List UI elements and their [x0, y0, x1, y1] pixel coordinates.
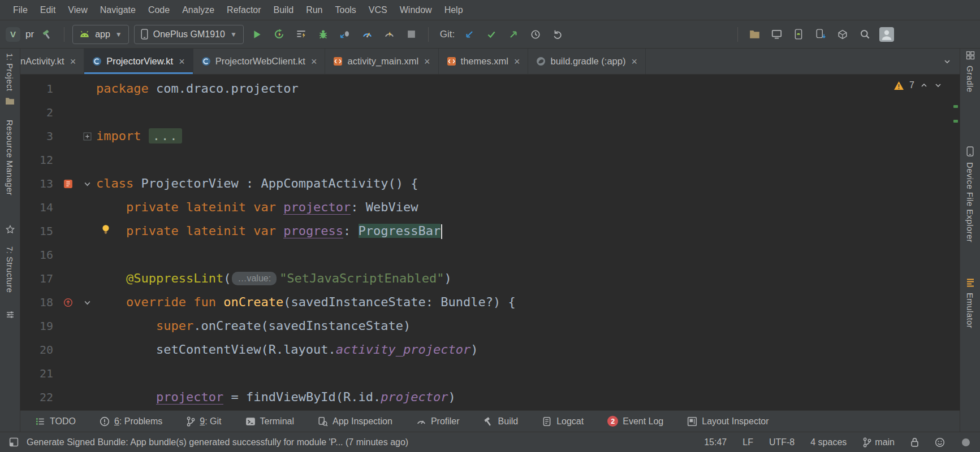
profile-avatar-icon[interactable] [878, 26, 895, 43]
close-tab-icon[interactable]: × [311, 56, 317, 67]
hidden-tabs-chevron-icon[interactable] [935, 49, 960, 74]
tab-themes-xml[interactable]: themes.xml× [439, 49, 529, 74]
project-structure-folder-icon[interactable] [746, 26, 763, 43]
menu-item-tools[interactable]: Tools [329, 5, 362, 15]
code-line[interactable]: 17 @SuppressLint(…value:"SetJavaScriptEn… [20, 267, 960, 290]
close-tab-icon[interactable]: × [179, 56, 185, 67]
attach-debugger-button[interactable] [337, 26, 354, 43]
tool-strip-favorites-button[interactable] [6, 225, 15, 234]
menu-item-window[interactable]: Window [394, 5, 438, 15]
tool-strip-gradle[interactable]: Gradle [965, 51, 975, 92]
line-number[interactable]: 18 [20, 290, 58, 314]
code-line[interactable]: 15 private lateinit var progress: Progre… [20, 219, 960, 243]
toolwindow-button-todo[interactable]: TODO [35, 416, 76, 427]
code-area[interactable]: 1package com.draco.projector23import ...… [20, 75, 960, 409]
notification-dot-icon[interactable] [961, 437, 971, 447]
device-manager-button[interactable] [834, 26, 851, 43]
line-number[interactable]: 3 [20, 124, 58, 148]
vcs-change-mark[interactable] [953, 105, 958, 108]
prev-problem-button[interactable] [919, 81, 929, 90]
line-number[interactable]: 22 [20, 385, 58, 409]
code-line[interactable]: 16 [20, 243, 960, 267]
code-line[interactable]: 18 override fun onCreate(savedInstanceSt… [20, 290, 960, 314]
debug-button[interactable] [315, 26, 332, 43]
git-update-button[interactable] [461, 26, 478, 43]
indent-indicator[interactable]: 4 spaces [810, 437, 847, 447]
menu-item-build[interactable]: Build [267, 5, 300, 15]
toolwindow-button-event-log[interactable]: 2Event Log [607, 416, 663, 427]
code-text[interactable]: setContentView(R.layout.activity_project… [96, 338, 960, 362]
code-line[interactable]: 22 projector = findViewById(R.id.project… [20, 385, 960, 409]
lock-icon[interactable] [910, 437, 919, 447]
avd-manager-button[interactable] [790, 26, 807, 43]
sdk-manager-button[interactable] [812, 26, 829, 43]
intention-bulb-icon[interactable] [101, 224, 111, 234]
apply-code-changes-button[interactable] [293, 26, 310, 43]
fold-expand-icon[interactable] [78, 132, 96, 141]
layout-validation-icon[interactable] [768, 26, 785, 43]
code-line[interactable]: 3import ... [20, 124, 960, 148]
code-line[interactable]: 21 [20, 362, 960, 385]
line-number[interactable]: 13 [20, 172, 58, 195]
code-text[interactable]: override fun onCreate(savedInstanceState… [96, 290, 960, 314]
close-tab-icon[interactable]: × [631, 56, 637, 67]
device-selector[interactable]: OnePlus GM1910 ▼ [134, 25, 244, 44]
scrollbar-error-stripe[interactable] [952, 75, 960, 410]
run-button[interactable] [249, 26, 266, 43]
toolwindow-button-layout-inspector[interactable]: Layout Inspector [687, 416, 769, 427]
code-text[interactable]: private lateinit var projector: WebView [96, 195, 960, 219]
profile-low-overhead-button[interactable] [381, 26, 398, 43]
code-line[interactable]: 13class ProjectorView : AppCompatActivit… [20, 172, 960, 195]
close-tab-icon[interactable]: × [70, 56, 76, 67]
menu-item-vcs[interactable]: VCS [362, 5, 394, 15]
toolwindow-button-build[interactable]: Build [483, 416, 519, 427]
build-hammer-icon[interactable] [39, 26, 56, 43]
menu-item-view[interactable]: View [62, 5, 93, 15]
toolwindow-button-6-problems[interactable]: 6: Problems [100, 416, 162, 427]
menu-item-run[interactable]: Run [300, 5, 329, 15]
tab-build-gradle-app[interactable]: build.gradle (:app)× [528, 49, 646, 74]
code-text[interactable]: package com.draco.projector [96, 77, 960, 101]
close-tab-icon[interactable]: × [514, 56, 520, 67]
search-everywhere-button[interactable] [856, 26, 873, 43]
menu-item-help[interactable]: Help [438, 5, 469, 15]
menu-item-code[interactable]: Code [142, 5, 176, 15]
history-button[interactable] [527, 26, 544, 43]
module-selector[interactable]: app ▼ [72, 25, 129, 44]
toolwindow-button-logcat[interactable]: Logcat [542, 416, 584, 427]
line-number[interactable]: 21 [20, 362, 58, 385]
code-text[interactable]: import ... [96, 124, 960, 148]
line-number[interactable]: 14 [20, 195, 58, 219]
tab-activity-main-xml[interactable]: activity_main.xml× [325, 49, 438, 74]
toolwindow-button-terminal[interactable]: Terminal [245, 416, 294, 427]
menu-item-edit[interactable]: Edit [34, 5, 62, 15]
line-number[interactable]: 12 [20, 148, 58, 172]
menu-item-analyze[interactable]: Analyze [176, 5, 221, 15]
line-number[interactable]: 20 [20, 338, 58, 362]
code-text[interactable]: super.onCreate(savedInstanceState) [96, 314, 960, 338]
tab-nactivity-kt[interactable]: nActivity.kt× [20, 49, 84, 74]
tool-strip-resource-manager[interactable]: Resource Manager [5, 120, 15, 195]
code-text[interactable]: projector = findViewById(R.id.projector) [96, 385, 960, 409]
menu-item-refactor[interactable]: Refactor [221, 5, 267, 15]
toolwindow-button-app-inspection[interactable]: App Inspection [318, 416, 392, 427]
toolwindow-button-profiler[interactable]: Profiler [416, 416, 460, 427]
encoding-indicator[interactable]: UTF-8 [769, 437, 795, 447]
fold-collapse-icon[interactable] [78, 298, 96, 307]
feedback-smiley-icon[interactable] [935, 437, 945, 447]
git-branch-widget[interactable]: main [862, 437, 895, 447]
vcs-change-mark[interactable] [953, 120, 958, 123]
stop-button[interactable] [403, 26, 420, 43]
tool-strip-device-file-explorer[interactable]: Device File Explorer [965, 146, 975, 242]
tab-projectorview-kt[interactable]: ProjectorView.kt× [84, 49, 193, 74]
menu-item-navigate[interactable]: Navigate [94, 5, 142, 15]
fold-collapse-icon[interactable] [78, 180, 96, 188]
code-line[interactable]: 12 [20, 148, 960, 172]
code-line[interactable]: 2 [20, 101, 960, 124]
line-number[interactable]: 17 [20, 267, 58, 290]
tab-projectorwebclient-kt[interactable]: ProjectorWebClient.kt× [193, 49, 326, 74]
line-separator-indicator[interactable]: LF [742, 437, 753, 447]
close-tab-icon[interactable]: × [424, 56, 430, 67]
line-number[interactable]: 19 [20, 314, 58, 338]
toolwindow-button-9-git[interactable]: 9: Git [186, 416, 221, 427]
